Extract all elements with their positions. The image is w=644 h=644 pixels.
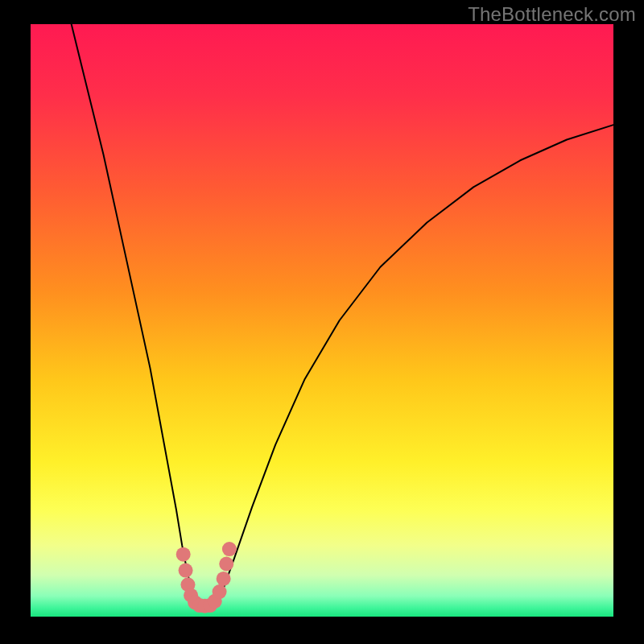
- highlight-markers-point: [219, 557, 233, 572]
- plot-background: [31, 24, 613, 617]
- highlight-markers-point: [222, 542, 237, 556]
- chart-frame: { "watermark": "TheBottleneck.com", "cha…: [0, 0, 644, 644]
- highlight-markers-point: [217, 572, 231, 586]
- highlight-markers-point: [176, 547, 191, 562]
- bottleneck-chart: [0, 0, 644, 644]
- highlight-markers-point: [213, 584, 227, 599]
- highlight-markers-point: [179, 564, 193, 578]
- watermark-text: TheBottleneck.com: [468, 3, 636, 26]
